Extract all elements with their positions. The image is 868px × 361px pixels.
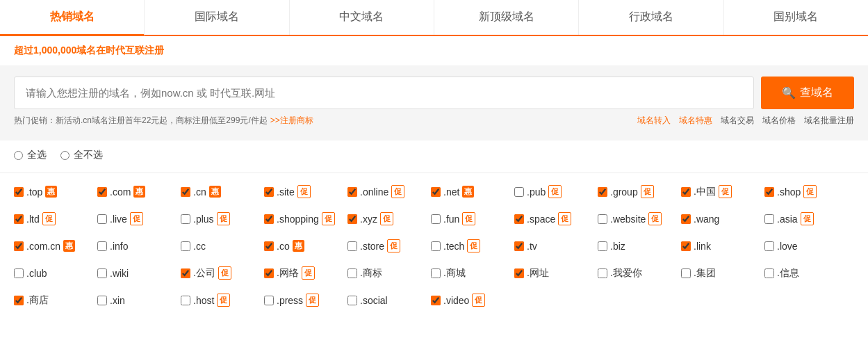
- domain-badge: 促: [218, 266, 231, 280]
- domain-checkbox[interactable]: [181, 296, 190, 305]
- domain-checkbox[interactable]: [97, 241, 107, 251]
- domain-checkbox[interactable]: [598, 241, 607, 251]
- domain-name-label: .tv: [527, 241, 537, 252]
- domain-checkbox[interactable]: [14, 214, 24, 224]
- domain-checkbox[interactable]: [347, 296, 357, 305]
- domain-checkbox[interactable]: [97, 187, 107, 197]
- domain-checkbox[interactable]: [431, 268, 441, 278]
- domain-item: .cn惠: [181, 180, 264, 203]
- tab-chinese-domains[interactable]: 中文域名: [290, 0, 434, 35]
- domain-item: .love: [764, 234, 848, 257]
- domain-item: .store促: [347, 234, 431, 257]
- domain-special-link[interactable]: 域名特惠: [679, 115, 712, 127]
- domain-checkbox[interactable]: [598, 268, 607, 278]
- domain-trade-link[interactable]: 域名交易: [721, 115, 754, 127]
- domain-checkbox[interactable]: [264, 187, 274, 197]
- domain-item: .公司促: [181, 262, 264, 284]
- domain-checkbox[interactable]: [431, 296, 441, 305]
- domain-item: .中国促: [681, 180, 764, 203]
- tab-hot-domains[interactable]: 热销域名: [0, 0, 145, 36]
- domain-name-label: .商城: [443, 267, 466, 280]
- domain-name-label: .com: [110, 186, 131, 198]
- domain-checkbox[interactable]: [681, 214, 691, 224]
- domain-checkbox[interactable]: [181, 187, 190, 197]
- domain-checkbox[interactable]: [14, 241, 24, 251]
- domain-checkbox[interactable]: [764, 268, 774, 278]
- select-all-radio[interactable]: [14, 151, 23, 160]
- search-button[interactable]: 🔍 查域名: [761, 77, 854, 109]
- domain-name-label: .live: [110, 214, 127, 225]
- domain-checkbox[interactable]: [764, 214, 774, 224]
- domain-checkbox[interactable]: [514, 187, 524, 197]
- domain-checkbox[interactable]: [598, 187, 607, 197]
- domain-name-label: .pub: [527, 186, 546, 198]
- domain-item: .shopping促: [264, 207, 347, 230]
- domain-checkbox[interactable]: [347, 241, 357, 251]
- promo-text: 超过1,000,000域名在时代互联注册: [0, 36, 868, 65]
- domain-checkbox[interactable]: [347, 187, 357, 197]
- search-input[interactable]: [14, 77, 754, 109]
- domain-item: .co惠: [264, 234, 347, 257]
- domain-item: .social: [347, 289, 431, 312]
- domain-checkbox[interactable]: [14, 296, 24, 305]
- right-links: 域名转入 域名特惠 域名交易 域名价格 域名批量注册: [637, 115, 854, 127]
- domain-checkbox[interactable]: [598, 214, 607, 224]
- tab-admin-domains[interactable]: 行政域名: [579, 0, 723, 35]
- domain-item: .site促: [264, 180, 347, 203]
- domain-checkbox[interactable]: [347, 268, 357, 278]
- domain-name-label: .fun: [443, 214, 459, 225]
- domain-checkbox[interactable]: [181, 268, 190, 278]
- domain-checkbox[interactable]: [347, 214, 357, 224]
- domain-badge: 促: [462, 212, 475, 225]
- domain-checkbox[interactable]: [264, 268, 274, 278]
- domain-item: .net惠: [431, 180, 514, 203]
- domain-checkbox[interactable]: [181, 214, 190, 224]
- domain-checkbox[interactable]: [514, 214, 524, 224]
- tab-country-domains[interactable]: 国别域名: [724, 0, 868, 35]
- hot-promo-text: 热门促销：新活动.cn域名注册首年22元起，商标注册低至299元/件起: [14, 115, 268, 127]
- domain-checkbox[interactable]: [681, 268, 691, 278]
- domain-badge: 促: [217, 212, 230, 225]
- domain-checkbox[interactable]: [264, 241, 274, 251]
- domain-item: .com.cn惠: [14, 234, 97, 257]
- tab-new-tld[interactable]: 新顶级域名: [434, 0, 579, 35]
- domain-badge: 促: [387, 239, 400, 252]
- domain-badge: 促: [217, 294, 230, 307]
- tab-intl-domains[interactable]: 国际域名: [145, 0, 289, 35]
- select-all-label[interactable]: 全选: [14, 149, 47, 161]
- domain-checkbox[interactable]: [764, 241, 774, 251]
- domain-checkbox[interactable]: [431, 187, 441, 197]
- domain-badge: 惠: [63, 240, 75, 252]
- domain-item: .cc: [181, 234, 264, 257]
- domain-name-label: .top: [26, 186, 42, 198]
- domain-checkbox[interactable]: [514, 268, 524, 278]
- domain-checkbox[interactable]: [97, 214, 107, 224]
- domain-transfer-link[interactable]: 域名转入: [637, 115, 671, 127]
- domain-bulk-link[interactable]: 域名批量注册: [804, 115, 854, 127]
- register-trademark-link[interactable]: >>注册商标: [270, 115, 313, 127]
- domain-checkbox[interactable]: [264, 214, 274, 224]
- domain-name-label: .asia: [777, 214, 798, 225]
- select-none-text: 全不选: [74, 149, 103, 161]
- domain-checkbox[interactable]: [514, 241, 524, 251]
- domain-checkbox[interactable]: [431, 241, 441, 251]
- domain-checkbox[interactable]: [14, 268, 24, 278]
- search-button-label: 查域名: [800, 86, 833, 100]
- domain-item: .website促: [598, 207, 681, 230]
- domain-checkbox[interactable]: [681, 187, 691, 197]
- select-none-radio[interactable]: [60, 151, 69, 160]
- domain-checkbox[interactable]: [264, 296, 274, 305]
- domain-name-label: .网址: [527, 267, 549, 280]
- domain-checkbox[interactable]: [681, 241, 691, 251]
- domain-item: .video促: [431, 289, 514, 312]
- domain-badge: 促: [42, 212, 56, 225]
- domain-badge: 促: [648, 212, 662, 225]
- domain-checkbox[interactable]: [431, 214, 441, 224]
- domain-checkbox[interactable]: [97, 268, 107, 278]
- domain-checkbox[interactable]: [97, 296, 107, 305]
- domain-checkbox[interactable]: [181, 241, 190, 251]
- select-none-label[interactable]: 全不选: [60, 149, 103, 161]
- domain-price-link[interactable]: 域名价格: [762, 115, 796, 127]
- domain-checkbox[interactable]: [14, 187, 24, 197]
- domain-checkbox[interactable]: [764, 187, 774, 197]
